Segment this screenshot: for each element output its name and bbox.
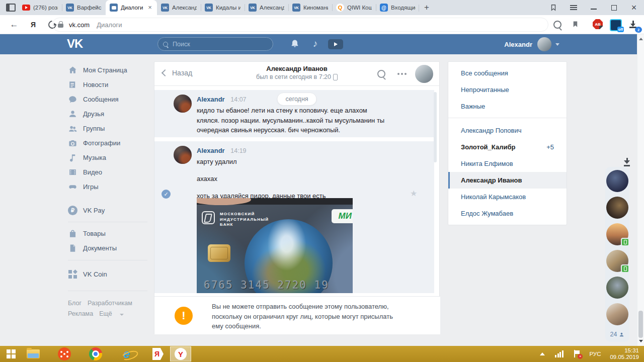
nav-groups[interactable]: Группы	[68, 121, 147, 136]
tab-vk-kidaly[interactable]: Кидалы и м	[201, 0, 245, 15]
nav-games[interactable]: Игры	[68, 179, 147, 194]
tab-panel-icon[interactable]	[3, 2, 18, 13]
yandex-button[interactable]	[27, 19, 39, 31]
scrollbar-down-arrow[interactable]	[639, 340, 643, 342]
message-avatar[interactable]	[174, 95, 192, 113]
yandex-search-icon[interactable]	[147, 346, 169, 362]
conversation-item[interactable]: Николай Карымсаков	[448, 189, 567, 205]
nav-music[interactable]: Музыка	[68, 150, 147, 165]
page-scrollbar[interactable]	[637, 34, 644, 346]
conversation-item[interactable]: Александр Попович	[448, 122, 567, 139]
search-input[interactable]	[172, 40, 259, 48]
scroll-to-bottom-icon[interactable]	[623, 158, 631, 167]
tab-qiwi[interactable]: QIWI Коше	[332, 0, 376, 15]
tab-close-icon[interactable]	[147, 5, 153, 11]
footer-link-blog[interactable]: Блог	[68, 300, 82, 307]
start-button[interactable]	[0, 346, 22, 362]
filter-all-messages[interactable]: Все сообщения	[448, 65, 567, 81]
nav-friends[interactable]: Друзья	[68, 107, 147, 121]
video-icon[interactable]	[328, 39, 343, 49]
footer-link-developers[interactable]: Разработчикам	[88, 300, 132, 307]
nav-market[interactable]: Товары	[68, 226, 147, 241]
chat-more-icon[interactable]	[397, 73, 399, 75]
vk-icon	[205, 4, 213, 12]
chat-search-icon[interactable]	[377, 70, 385, 78]
chat-peer-avatar[interactable]	[415, 65, 433, 83]
message-author[interactable]: Alexandr	[197, 96, 225, 103]
nav-my-page[interactable]: Моя Страница	[68, 63, 147, 77]
chat-scrollbar-thumb[interactable]	[434, 92, 437, 162]
chrome-icon[interactable]	[85, 346, 107, 362]
nav-photos[interactable]: Фотографии	[68, 136, 147, 150]
nav-news[interactable]: Новости	[68, 77, 147, 92]
message-text: кидло ты ебаное! лети на стену к попович…	[197, 106, 418, 135]
gamepad-icon	[68, 182, 77, 192]
conversation-item[interactable]: Золотой_Калибр +5	[448, 139, 567, 155]
yandex-browser-taskbar-active[interactable]	[170, 346, 191, 361]
scrollbar-thumb[interactable]	[638, 311, 643, 338]
maximize-button[interactable]	[604, 0, 624, 15]
scrollbar-up-arrow[interactable]	[639, 38, 643, 40]
minimize-button[interactable]	[584, 0, 604, 15]
message-selected-check-icon[interactable]	[162, 190, 171, 199]
friend-avatar[interactable]	[606, 197, 628, 219]
friend-avatar[interactable]	[606, 170, 628, 192]
friend-avatar[interactable]	[606, 223, 628, 245]
zoom-search-icon[interactable]	[553, 21, 561, 29]
friend-avatar[interactable]	[606, 277, 628, 299]
nav-vk-coin[interactable]: VK Coin	[68, 267, 147, 282]
tab-vk-alexandr-1[interactable]: Александр	[157, 0, 201, 15]
music-icon[interactable]	[313, 39, 318, 49]
network-signal-icon[interactable]	[555, 350, 564, 357]
language-indicator[interactable]: РУС	[589, 351, 601, 357]
address-bar[interactable]: vk.com Диалоги	[52, 18, 548, 32]
adblock-extension-icon[interactable]: 1	[593, 19, 603, 29]
vk-search-box[interactable]	[157, 37, 273, 51]
internet-explorer-icon[interactable]	[116, 346, 138, 362]
close-button[interactable]	[624, 0, 644, 15]
downloads-icon[interactable]: 2	[628, 19, 638, 29]
footer-link-ads[interactable]: Реклама	[68, 310, 93, 317]
tab-vk-warface[interactable]: Варфейс / V	[62, 0, 106, 15]
proxy-extension-icon[interactable]: off	[610, 19, 622, 31]
file-explorer-icon[interactable]	[22, 346, 44, 362]
filter-important[interactable]: Важные	[448, 98, 567, 115]
tab-vk-kinomania[interactable]: Киномания	[288, 0, 332, 15]
nav-video[interactable]: Видео	[68, 165, 147, 179]
tray-expand-icon[interactable]	[540, 352, 545, 355]
url-host: vk.com	[69, 21, 90, 29]
new-tab-button[interactable]	[420, 1, 434, 15]
bookmark-flag-icon[interactable]	[572, 20, 579, 31]
divider	[68, 260, 147, 260]
message-avatar[interactable]	[174, 146, 192, 164]
tab-mail-inbox[interactable]: Входящие -	[376, 0, 420, 15]
photo-attachment-bank-card[interactable]: МОСКОВСКИЙ ИНДУСТРИАЛЬНЫЙ БАНК МИ 6765 3…	[197, 198, 353, 293]
tab-vk-alexandr-2[interactable]: Александр	[245, 0, 288, 15]
friends-online-count[interactable]: 24	[610, 331, 625, 338]
friend-avatar[interactable]	[606, 303, 628, 325]
nav-vk-pay[interactable]: VK Pay	[68, 203, 147, 218]
filter-unread[interactable]: Непрочитанные	[448, 81, 567, 98]
header-user-menu[interactable]: Alexandr	[504, 37, 559, 51]
browser-menu-icon[interactable]	[564, 0, 584, 15]
conversation-item[interactable]: Никита Елфимов	[448, 155, 567, 172]
conversation-item[interactable]: Елдос Жумабаев	[448, 205, 567, 222]
tab-dialogs-active[interactable]: Диалоги	[106, 0, 157, 15]
vk-logo[interactable]	[67, 37, 83, 51]
action-center-flag-icon[interactable]	[573, 350, 581, 358]
bookmarks-panel-icon[interactable]	[543, 0, 564, 15]
notifications-bell-icon[interactable]	[290, 39, 300, 51]
friend-avatar[interactable]	[606, 250, 628, 272]
footer-link-more[interactable]: Ещё	[99, 310, 112, 317]
tab-youtube[interactable]: (276) розыг	[18, 0, 62, 15]
nav-documents[interactable]: Документы	[68, 241, 147, 255]
lock-icon[interactable]	[57, 21, 65, 29]
warning-text: Вы не можете отправить сообщение этому п…	[212, 302, 443, 331]
taskbar-clock[interactable]: 15:31 09.05.2019	[610, 347, 639, 360]
message-author[interactable]: Alexandr	[197, 147, 225, 154]
conversation-item-active[interactable]: Александр Иванов	[448, 172, 567, 189]
message-star-icon[interactable]	[410, 189, 417, 198]
back-button[interactable]	[8, 19, 20, 31]
media-app-icon[interactable]	[53, 346, 75, 362]
nav-messages[interactable]: Сообщения 1	[68, 92, 147, 107]
